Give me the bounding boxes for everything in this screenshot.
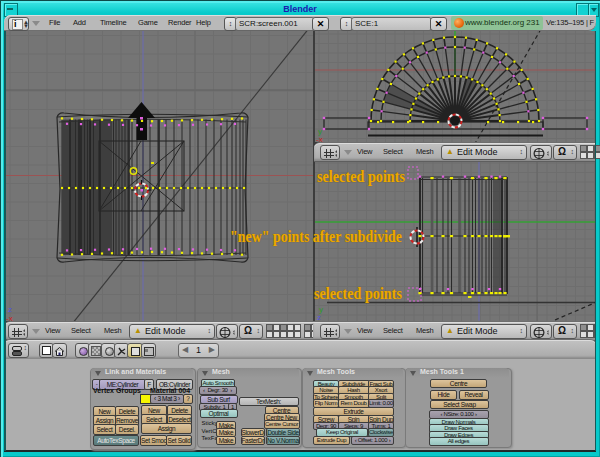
svg-text:z: z <box>317 313 321 321</box>
svg-text:z: z <box>8 305 12 314</box>
svg-text:-x: -x <box>6 314 13 321</box>
svg-text:-x: -x <box>316 135 323 142</box>
